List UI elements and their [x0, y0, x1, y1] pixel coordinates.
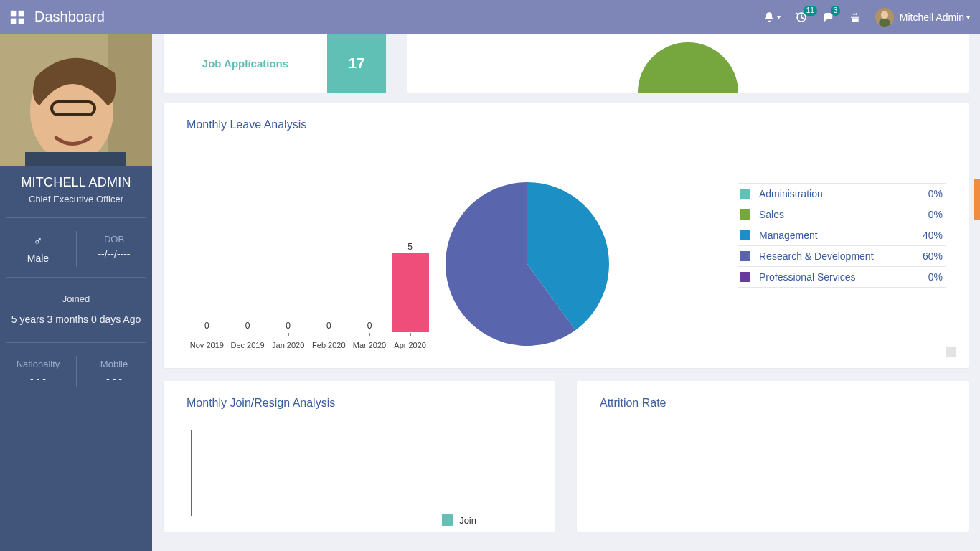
bar-value: 0 [326, 321, 331, 331]
main-layout: MITCHELL ADMIN Chief Executive Officer ♂… [0, 34, 980, 551]
legend-row[interactable]: Management40% [738, 225, 946, 245]
legend-row[interactable]: Research & Development60% [738, 245, 946, 266]
svg-rect-2 [11, 18, 16, 23]
caret-down-icon: ▾ [777, 13, 781, 21]
bar-value: 0 [367, 321, 372, 331]
bottom-row: Monthly Join/Resign Analysis Join Attrit… [164, 381, 969, 532]
divider [6, 342, 146, 343]
job-applications-value: 17 [327, 34, 386, 93]
join-legend: Join [442, 514, 476, 526]
legend-percent: 0% [928, 271, 943, 283]
job-applications-card[interactable]: Job Applications 17 [164, 34, 386, 93]
gender-cell: ♂ Male [0, 234, 76, 264]
nationality-cell: Nationality - - - [0, 359, 76, 385]
attrition-card: Attrition Rate [577, 381, 969, 532]
notifications-button[interactable]: ▾ [763, 11, 781, 23]
svg-point-6 [881, 11, 888, 18]
legend-label: Administration [759, 188, 823, 199]
bar [392, 253, 429, 332]
legend-percent: 0% [928, 209, 943, 220]
caret-down-icon: ▾ [966, 13, 970, 21]
messages-button[interactable]: 3 [822, 11, 835, 24]
svg-rect-7 [879, 19, 890, 26]
legend-toggle-icon[interactable] [946, 347, 956, 357]
legend-swatch-icon [740, 272, 750, 282]
content-area[interactable]: Job Applications 17 Monthly Leave Analys… [152, 34, 980, 551]
activity-button[interactable]: 11 [795, 11, 808, 24]
bar-value: 0 [204, 321, 209, 331]
bar-value: 5 [407, 242, 413, 252]
legend-percent: 0% [928, 188, 943, 199]
profile-name: MITCHELL ADMIN [0, 175, 152, 190]
chat-badge: 3 [831, 6, 841, 16]
joined-value: 5 years 3 months 0 days Ago [0, 310, 152, 329]
stat-row: Job Applications 17 [164, 34, 969, 93]
gift-icon [849, 11, 861, 23]
svg-rect-14 [25, 152, 126, 166]
dob-value: --/--/---- [76, 248, 152, 260]
mobile-value: - - - [76, 373, 152, 385]
legend-label: Management [759, 230, 818, 241]
mobile-cell: Mobile - - - [76, 359, 152, 385]
legend-swatch-icon [740, 209, 750, 220]
svg-rect-1 [19, 10, 24, 15]
user-menu[interactable]: Mitchell Admin ▾ [875, 8, 970, 27]
legend-percent: 60% [923, 250, 943, 262]
svg-rect-0 [11, 10, 16, 15]
nationality-label: Nationality [0, 359, 76, 369]
gender-value: Male [0, 253, 76, 264]
divider [6, 277, 146, 278]
gift-button[interactable] [849, 11, 861, 23]
job-applications-label: Job Applications [164, 34, 327, 93]
sidebar: MITCHELL ADMIN Chief Executive Officer ♂… [0, 34, 152, 551]
leave-analysis-card: Monthly Leave Analysis Nov 2019Dec 2019J… [164, 103, 969, 368]
legend-label: Professional Services [759, 271, 856, 283]
joined-label: Joined [0, 293, 152, 304]
mobile-label: Mobile [76, 359, 152, 369]
legend-row[interactable]: Sales0% [738, 204, 946, 225]
legend-row[interactable]: Professional Services0% [738, 266, 946, 288]
leave-legend: Administration0%Sales0%Management40%Rese… [738, 183, 946, 288]
page-title: Dashboard [34, 9, 105, 25]
leave-bar-chart: Nov 2019Dec 2019Jan 2020Feb 2020Mar 2020… [187, 174, 430, 354]
bar-category: Nov 2019 [186, 341, 227, 349]
range-handle[interactable] [974, 179, 980, 220]
apps-icon[interactable] [10, 10, 24, 24]
legend-swatch-icon [740, 251, 750, 261]
divider [6, 217, 146, 218]
join-resign-card: Monthly Join/Resign Analysis Join [164, 381, 555, 532]
legend-row[interactable]: Administration0% [738, 183, 946, 204]
legend-swatch-icon [740, 189, 750, 199]
bar-category: Feb 2020 [308, 341, 349, 349]
legend-label: Research & Development [759, 250, 874, 262]
leave-body: Nov 2019Dec 2019Jan 2020Feb 2020Mar 2020… [187, 174, 946, 354]
bar-category: Mar 2020 [349, 341, 390, 349]
pie-icon [638, 42, 738, 93]
bar-category: Jan 2020 [268, 341, 309, 349]
join-resign-title: Monthly Join/Resign Analysis [187, 397, 532, 410]
join-swatch-icon [442, 514, 453, 526]
profile-info-row: ♂ Male DOB --/--/---- [0, 234, 152, 264]
bar-category: Apr 2020 [390, 341, 431, 349]
male-icon: ♂ [0, 234, 76, 249]
profile-photo [0, 34, 152, 166]
legend-label: Sales [759, 209, 784, 220]
join-resign-chart [191, 430, 532, 516]
avatar-icon [875, 8, 894, 27]
dob-label: DOB [76, 234, 152, 245]
topnav: Dashboard ▾ 11 3 Mitchell Admin ▾ [0, 0, 980, 34]
join-legend-label: Join [459, 515, 476, 526]
joined-block: Joined 5 years 3 months 0 days Ago [0, 293, 152, 329]
profile-info-row: Nationality - - - Mobile - - - [0, 359, 152, 385]
profile-role: Chief Executive Officer [0, 194, 152, 204]
bell-icon [763, 11, 775, 23]
svg-rect-3 [19, 18, 24, 23]
activity-badge: 11 [804, 6, 817, 16]
bar-value: 0 [286, 321, 291, 331]
legend-swatch-icon [740, 230, 750, 240]
svg-rect-10 [108, 34, 152, 166]
leave-section-title: Monthly Leave Analysis [187, 118, 946, 131]
nationality-value: - - - [0, 373, 76, 385]
attrition-title: Attrition Rate [600, 397, 946, 410]
leave-pie-chart [445, 182, 610, 347]
